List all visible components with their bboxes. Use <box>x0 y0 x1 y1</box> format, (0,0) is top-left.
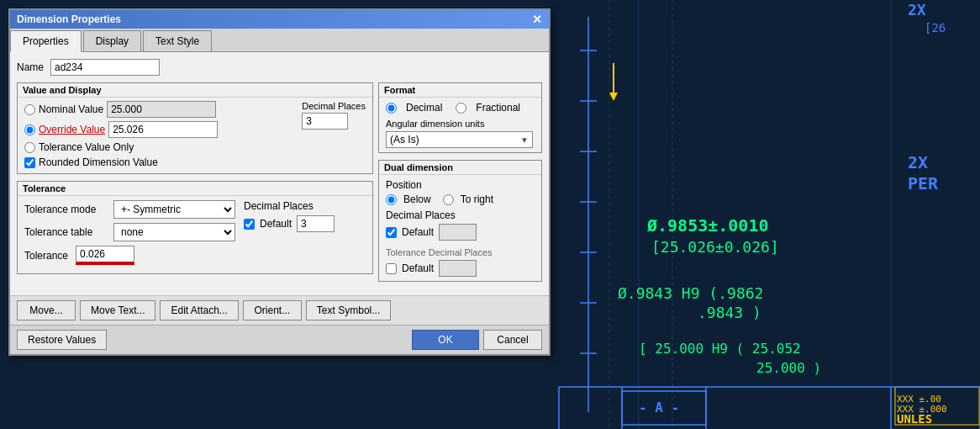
dual-dim-title: Dual dimension <box>384 162 453 172</box>
tol-default-label: Default <box>260 218 292 230</box>
bottom-buttons-row: Restore Values OK Cancel <box>10 325 549 354</box>
tolerance-table-row: Tolerance table none <box>24 223 235 241</box>
name-label: Name <box>17 61 50 73</box>
tolerance-title: Tolerance <box>23 183 66 193</box>
format-section: Format Decimal Fractional Angular dimens… <box>378 82 542 153</box>
dimension-properties-dialog: Dimension Properties ✕ Properties Displa… <box>8 8 551 356</box>
tol-value-label: Tolerance <box>24 250 71 262</box>
rounded-row: Rounded Dimension Value <box>24 156 295 168</box>
dialog-title: Dimension Properties <box>17 13 121 25</box>
tolerance-section: Tolerance Tolerance mode +- Symmetr <box>17 181 373 274</box>
tolerance-two-col: Tolerance mode +- Symmetric To <box>24 200 366 269</box>
svg-text:[25.026±0.026]: [25.026±0.026] <box>651 238 779 256</box>
override-label: Override Value <box>39 124 105 135</box>
dual-dec-label: Decimal Places <box>386 209 535 221</box>
tolerance-table-select[interactable]: none <box>113 223 235 241</box>
decimal-places-label: Decimal Places <box>302 101 366 111</box>
decimal-label: Decimal <box>406 102 442 114</box>
svg-text:25.000 ): 25.000 ) <box>756 360 821 376</box>
tab-properties[interactable]: Properties <box>10 30 82 52</box>
tolerance-right: Decimal Places Default <box>244 200 378 269</box>
nominal-radio[interactable] <box>24 104 35 115</box>
tol-dec-input[interactable] <box>297 215 335 232</box>
cancel-button[interactable]: Cancel <box>483 330 542 350</box>
override-value-row: Override Value <box>24 121 295 138</box>
right-panels: Format Decimal Fractional Angular dimens… <box>378 82 542 289</box>
value-display-section: Value and Display Nominal Value <box>17 82 373 174</box>
svg-text:Ø.9853±.0010: Ø.9853±.0010 <box>646 215 769 236</box>
nominal-input <box>107 101 216 118</box>
tolerance-mode-select[interactable]: +- Symmetric <box>113 200 235 219</box>
fractional-label: Fractional <box>476 102 520 114</box>
dialog-body: Name Value and Display <box>10 52 549 295</box>
restore-button[interactable]: Restore Values <box>17 330 107 350</box>
move-text-button[interactable]: Move Text... <box>80 300 155 320</box>
angular-units-select[interactable]: (As Is) ▼ <box>386 131 533 148</box>
dual-default-checkbox[interactable] <box>386 227 397 238</box>
rounded-checkbox[interactable] <box>24 157 35 168</box>
close-button[interactable]: ✕ <box>532 13 542 25</box>
tolerance-mode-row: Tolerance mode +- Symmetric <box>24 200 235 219</box>
dialog-tabs: Properties Display Text Style <box>10 29 549 52</box>
svg-text:[ 25.000 H9 ( 25.052: [ 25.000 H9 ( 25.052 <box>639 341 801 357</box>
tolerance-input[interactable] <box>76 246 134 263</box>
value-display-title: Value and Display <box>23 85 102 95</box>
action-buttons-row: Move... Move Text... Edit Attach... Orie… <box>10 295 549 325</box>
below-radio[interactable] <box>386 194 397 205</box>
override-radio[interactable] <box>24 124 35 135</box>
tab-text-style[interactable]: Text Style <box>143 30 212 51</box>
tolerance-only-radio[interactable] <box>24 142 35 153</box>
nominal-value-row: Nominal Value <box>24 101 295 118</box>
svg-text:PER: PER <box>908 173 939 193</box>
tol-dec-default-checkbox[interactable] <box>386 263 397 274</box>
ok-button[interactable]: OK <box>412 330 479 350</box>
tol-dec-places-label: Decimal Places <box>244 200 378 212</box>
tol-dec-default-label: Default <box>402 262 434 274</box>
below-label: Below <box>403 193 431 205</box>
edit-attach-button[interactable]: Edit Attach... <box>160 300 238 320</box>
decimal-radio[interactable] <box>386 103 397 114</box>
name-input[interactable] <box>50 59 160 76</box>
angular-dropdown-arrow: ▼ <box>520 135 529 145</box>
tab-display[interactable]: Display <box>83 30 141 51</box>
tolerance-only-row: Tolerance Value Only <box>24 141 295 153</box>
main-two-col: Value and Display Nominal Value <box>17 82 542 289</box>
fractional-radio[interactable] <box>456 103 466 114</box>
tolerance-only-label: Tolerance Value Only <box>39 141 134 153</box>
tol-dec-places-input <box>439 260 477 277</box>
name-row: Name <box>17 59 542 76</box>
decimal-places-input[interactable] <box>302 113 348 130</box>
dialog-overlay: Dimension Properties ✕ Properties Displa… <box>0 0 559 429</box>
text-symbol-button[interactable]: Text Symbol... <box>306 300 391 320</box>
svg-text:[26: [26 <box>925 21 946 34</box>
angular-units-label: Angular dimension units <box>386 119 535 129</box>
svg-text:Ø.9843 H9 (.9862: Ø.9843 H9 (.9862 <box>618 284 763 302</box>
svg-text:- A -: - A - <box>639 400 679 416</box>
format-title: Format <box>384 85 415 95</box>
tol-default-checkbox[interactable] <box>244 219 255 230</box>
tol-table-label: Tolerance table <box>24 226 108 238</box>
tolerance-left: Tolerance mode +- Symmetric To <box>24 200 235 269</box>
angular-units-value: (As Is) <box>390 134 419 146</box>
move-button[interactable]: Move... <box>17 300 76 320</box>
dual-dec-input <box>439 224 477 241</box>
svg-text:UNLES: UNLES <box>897 412 932 426</box>
dual-position-row: Below To right <box>386 193 535 205</box>
to-right-label: To right <box>461 193 493 205</box>
nominal-label: Nominal Value <box>39 103 103 115</box>
tol-mode-label: Tolerance mode <box>24 204 108 215</box>
left-panels: Value and Display Nominal Value <box>17 82 373 289</box>
tol-dec-places-label: Tolerance Decimal Places <box>386 247 535 257</box>
orient-button[interactable]: Orient... <box>243 300 302 320</box>
svg-text:2X: 2X <box>908 1 926 19</box>
override-input[interactable] <box>108 121 218 138</box>
format-type-row: Decimal Fractional <box>386 102 535 114</box>
svg-text:.9843 ): .9843 ) <box>698 304 761 321</box>
dialog-titlebar: Dimension Properties ✕ <box>10 10 549 29</box>
dual-default-label: Default <box>402 226 434 238</box>
to-right-radio[interactable] <box>443 194 454 205</box>
tol-underline <box>76 246 134 265</box>
rounded-label: Rounded Dimension Value <box>39 156 158 168</box>
tolerance-value-row: Tolerance <box>24 246 235 265</box>
svg-text:2X: 2X <box>908 152 928 172</box>
